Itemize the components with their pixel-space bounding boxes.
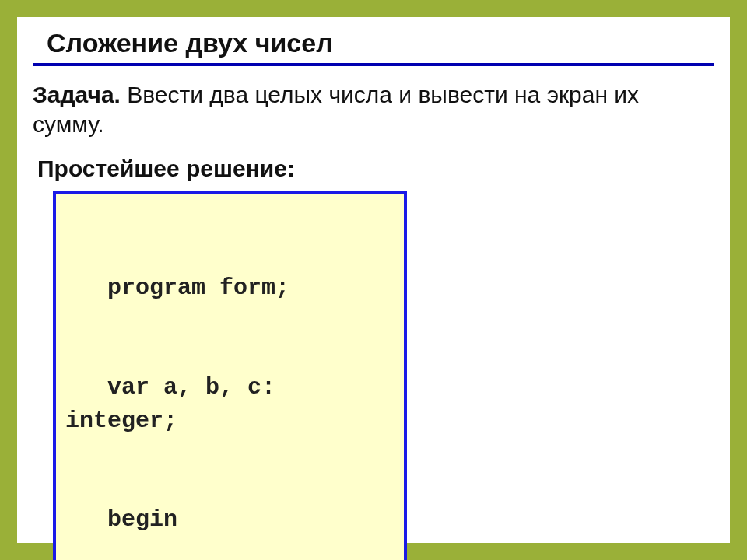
task-label: Задача. [33,82,121,107]
slide-frame: Сложение двух чисел Задача. Ввести два ц… [0,0,747,560]
slide-content: Сложение двух чисел Задача. Ввести два ц… [17,17,730,560]
code-listing: program form; var a, b, c: integer; begi… [65,205,396,560]
code-line: var a, b, c: integer; [65,371,396,437]
code-line: program form; [65,271,396,305]
slide-title: Сложение двух чисел [47,28,714,58]
solution-heading: Простейшее решение: [37,156,714,182]
task-paragraph: Задача. Ввести два целых числа и вывести… [33,80,714,138]
task-text: Ввести два целых числа и вывести на экра… [33,82,639,137]
code-box: program form; var a, b, c: integer; begi… [53,191,407,560]
code-line: begin [65,503,396,537]
title-underline [33,63,714,66]
